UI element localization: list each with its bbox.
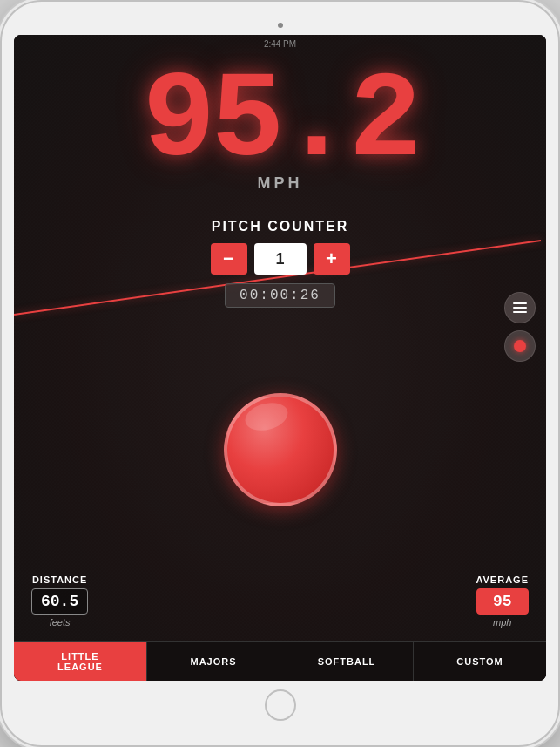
record-icon bbox=[514, 340, 526, 352]
pitch-counter-row: − 1 + bbox=[211, 243, 350, 275]
bottom-info: DISTANCE 60.5 feets AVERAGE 95 mph bbox=[14, 574, 546, 641]
status-bar: 2:44 PM bbox=[14, 35, 546, 52]
speed-number: 95.2 bbox=[14, 61, 546, 183]
hamburger-icon bbox=[513, 302, 527, 313]
big-record-button[interactable] bbox=[224, 393, 337, 506]
time-display: 2:44 PM bbox=[264, 39, 296, 49]
average-unit: mph bbox=[493, 617, 511, 628]
record-button[interactable] bbox=[504, 330, 536, 362]
pitch-counter-label: PITCH COUNTER bbox=[212, 219, 349, 234]
tab-softball[interactable]: SOFTBALL bbox=[280, 642, 414, 681]
screen-content: 2:44 PM 95.2 MPH bbox=[14, 35, 546, 681]
distance-panel: DISTANCE 60.5 feets bbox=[31, 574, 88, 628]
right-controls bbox=[504, 292, 536, 362]
tab-little-league[interactable]: LITTLELEAGUE bbox=[14, 642, 147, 681]
tablet-screen: 2:44 PM 95.2 MPH bbox=[14, 35, 546, 681]
distance-label: DISTANCE bbox=[32, 574, 87, 585]
distance-unit: feets bbox=[50, 617, 71, 628]
camera-sensor bbox=[278, 23, 283, 28]
timer-display: 00:00:26 bbox=[225, 283, 335, 308]
decrement-button[interactable]: − bbox=[211, 243, 247, 275]
speed-display: 95.2 MPH bbox=[14, 52, 546, 193]
tab-bar: LITTLELEAGUE MAJORS SOFTBALL CUSTOM bbox=[14, 641, 546, 681]
increment-button[interactable]: + bbox=[314, 243, 350, 275]
speed-unit: MPH bbox=[14, 174, 546, 193]
average-label: AVERAGE bbox=[476, 574, 529, 585]
distance-value: 60.5 bbox=[31, 588, 88, 615]
middle-section: PITCH COUNTER − 1 + 00:00:26 bbox=[14, 193, 546, 574]
tab-majors[interactable]: MAJORS bbox=[147, 642, 280, 681]
average-panel: AVERAGE 95 mph bbox=[476, 574, 529, 628]
pitch-count-display: 1 bbox=[254, 243, 307, 275]
tablet-frame: 2:44 PM 95.2 MPH bbox=[0, 0, 560, 747]
tab-custom[interactable]: CUSTOM bbox=[414, 642, 546, 681]
big-button-container bbox=[224, 325, 337, 574]
menu-button[interactable] bbox=[504, 292, 536, 323]
average-value: 95 bbox=[476, 588, 529, 615]
home-button[interactable] bbox=[265, 689, 296, 721]
